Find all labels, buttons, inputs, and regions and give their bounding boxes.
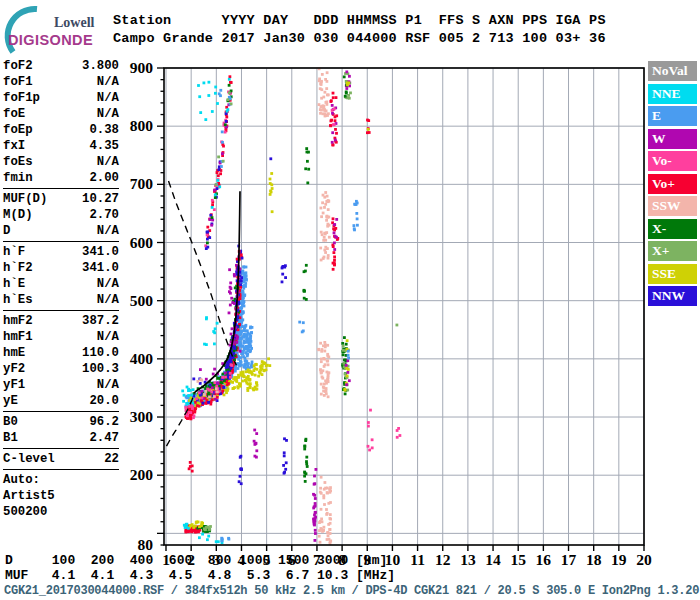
x-tick-label: 15 — [510, 551, 526, 568]
legend-item-x: X+ — [648, 241, 697, 261]
legend-item-w: W — [648, 129, 697, 149]
axes: 1234567891011121314151617181920802003004… — [130, 59, 652, 568]
x-tick-label: 16 — [536, 551, 552, 568]
legend-item-e: E — [648, 106, 697, 126]
legend-item-ssw: SSW — [648, 196, 697, 216]
legend-item-noval: NoVal — [648, 61, 697, 81]
y-tick-label: 400 — [130, 350, 154, 367]
x-tick-label: 20 — [636, 551, 652, 568]
y-tick-label: 800 — [130, 117, 154, 134]
x-tick-label: 19 — [611, 551, 627, 568]
legend-item-x: X- — [648, 219, 697, 239]
x-tick-label: 12 — [435, 551, 451, 568]
digisonde-ionogram-viewer: Lowell DIGISONDE Station YYYY DAY DDD HH… — [0, 0, 700, 600]
x-tick-label: 13 — [460, 551, 476, 568]
x-tick-label: 18 — [586, 551, 602, 568]
legend-item-nne: NNE — [648, 84, 697, 104]
x-tick-label: 14 — [485, 551, 501, 568]
muf-row: MUF 4.1 4.1 4.3 4.5 4.8 5.3 6.7 10.3 [MH… — [5, 568, 395, 583]
status-line: CGK21_2017030044000.RSF / 384fx512h 50 k… — [4, 584, 699, 598]
legend-item-sse: SSE — [648, 264, 697, 284]
y-tick-label: 900 — [130, 59, 154, 76]
y-tick-label: 200 — [130, 466, 154, 483]
direction-legend: NoValNNEEWVo-Vo+SSWX-X+SSENNW — [648, 61, 697, 309]
y-tick-label: 600 — [130, 234, 154, 251]
y-tick-label: 700 — [130, 175, 154, 192]
y-tick-label: 500 — [130, 292, 154, 309]
x-tick-label: 17 — [561, 551, 577, 568]
profile-dashed-topside — [169, 181, 237, 365]
ionogram-chart: 1234567891011121314151617181920802003004… — [0, 0, 700, 600]
legend-item-vo: Vo+ — [648, 174, 697, 194]
distance-row: D 100 200 400 600 800 1000 1500 3000 [km… — [5, 553, 387, 568]
y-tick-label: 300 — [130, 408, 154, 425]
x-tick-label: 11 — [410, 551, 425, 568]
legend-item-nnw: NNW — [648, 286, 697, 306]
y-tick-label: 80 — [138, 536, 154, 553]
legend-item-vo: Vo- — [648, 151, 697, 171]
